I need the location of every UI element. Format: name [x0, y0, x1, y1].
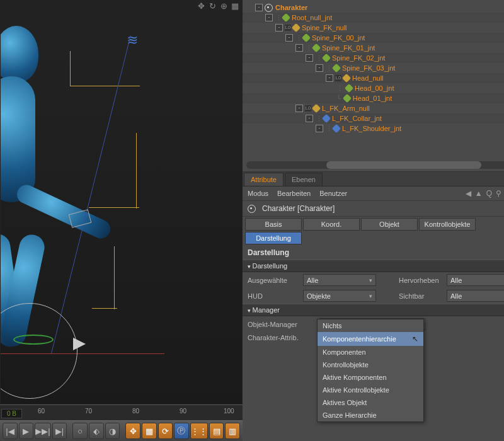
subtab-objekt[interactable]: Objekt — [361, 218, 418, 231]
joint-icon — [332, 64, 341, 72]
axis-arrow[interactable] — [73, 338, 86, 350]
hierarchy-item-label: L_FK_Collar_jnt — [332, 115, 382, 122]
up-icon[interactable]: ▲ — [475, 189, 483, 198]
back-icon[interactable]: ◀ — [466, 189, 471, 198]
label-hervorheben: Hervorheben — [392, 277, 443, 284]
dropdown-option[interactable]: Aktive Komponenten — [318, 371, 423, 384]
subtab-basis[interactable]: Basis — [245, 218, 302, 231]
hierarchy-row[interactable]: └ Head_01_jnt — [243, 93, 504, 103]
search-icon[interactable]: Q — [486, 189, 492, 198]
param-button[interactable]: Ⓟ — [174, 423, 189, 439]
subtab-kontrollobjekte[interactable]: Kontrollobjekte — [419, 218, 476, 231]
hierarchy-row[interactable]: -⋮Spine_FK_02_jnt — [243, 53, 504, 63]
subtab-koord[interactable]: Koord. — [303, 218, 360, 231]
expand-icon[interactable]: - — [316, 64, 323, 72]
next-frame-button[interactable]: ▶| — [52, 423, 67, 439]
hierarchy-row[interactable]: -L0Head_null — [243, 73, 504, 83]
timeline[interactable]: 60 70 80 90 100 0 B — [0, 404, 243, 420]
scrollbar-horizontal[interactable] — [246, 161, 504, 169]
expand-icon[interactable]: - — [306, 54, 313, 62]
goto-start-button[interactable]: |◀ — [3, 423, 18, 439]
tab-ebenen[interactable]: Ebenen — [285, 173, 323, 186]
expand-icon[interactable]: - — [295, 105, 303, 112]
dropdown-option[interactable]: Komponentenhierarchie↖ — [318, 332, 423, 346]
hierarchy-row[interactable]: -⋮Spine_FK_00_jnt — [243, 33, 504, 43]
hierarchy-row[interactable]: -⋮Root_null_jnt — [243, 13, 504, 23]
joint-icon — [292, 23, 301, 32]
control-curve[interactable] — [92, 308, 117, 311]
dropdown-menu[interactable]: NichtsKomponentenhierarchie↖KomponentenK… — [317, 319, 424, 422]
attribute-menubar: Modus Bearbeiten Benutzer ◀ ▲ Q ⚲ ⧉ ⊞ — [243, 186, 504, 201]
timeline-tick: 60 — [38, 408, 45, 415]
move-tool-button[interactable]: ✥ — [125, 423, 140, 439]
hierarchy-item-label: Spine_FK_00_jnt — [312, 34, 365, 42]
frame-counter[interactable]: 0 B — [1, 409, 22, 418]
hierarchy-item-label: Head_null — [352, 74, 384, 82]
joint-icon — [332, 124, 341, 133]
key-button[interactable]: ⬖ — [89, 423, 104, 439]
dropdown-option[interactable]: Komponenten — [318, 346, 423, 358]
grid2-button[interactable]: ▥ — [225, 423, 240, 439]
grid-button[interactable]: ▤ — [209, 423, 224, 439]
dropdown-sichtbar[interactable]: Alle — [447, 290, 504, 302]
dropdown-hud[interactable]: Objekte — [303, 290, 376, 302]
expand-icon[interactable]: - — [295, 44, 303, 52]
hierarchy-row[interactable]: -Charakter — [243, 3, 504, 13]
object-manager[interactable]: -Charakter-⋮Root_null_jnt-L0Spine_FK_nul… — [243, 0, 504, 172]
record-button[interactable]: ○ — [72, 423, 88, 439]
hierarchy-row[interactable]: -⋮Spine_FK_03_jnt — [243, 63, 504, 73]
dropdown-option[interactable]: Nichts — [318, 319, 423, 332]
rotate-tool-button[interactable]: ⟳ — [158, 423, 173, 439]
hierarchy-row[interactable]: -⋮L_FK_Shoulder_jnt — [243, 123, 504, 134]
viewport-3d[interactable]: ✥ ↻ ⊕ ▦ ≋ — [0, 0, 243, 404]
group-darstellung[interactable]: Darstellung — [243, 260, 504, 272]
dropdown-option[interactable]: Kontrollobjekte — [318, 358, 423, 371]
hierarchy-row[interactable]: -⋮L_FK_Collar_jnt — [243, 113, 504, 123]
hierarchy-row[interactable]: -⋮Spine_FK_01_jnt — [243, 43, 504, 53]
menu-modus[interactable]: Modus — [248, 190, 268, 197]
scale-tool-button[interactable]: ▦ — [142, 423, 157, 439]
group-manager[interactable]: Manager — [243, 304, 504, 316]
object-title: Charakter [Charakter] — [262, 204, 335, 213]
dropdown-ausgewaehlte[interactable]: Alle — [303, 274, 376, 286]
lock-icon[interactable]: ⚲ — [496, 189, 501, 198]
expand-icon[interactable]: - — [265, 14, 273, 21]
control-curve[interactable] — [114, 246, 118, 309]
layout-icon[interactable]: ▦ — [231, 2, 239, 11]
dropdown-option[interactable]: Aktive Kontrollobjekte — [318, 384, 423, 396]
expand-icon[interactable]: - — [306, 115, 313, 122]
pan-icon[interactable]: ✥ — [197, 2, 205, 11]
attribute-subtabs: Basis Koord. Objekt Kontrollobjekte Dars… — [243, 217, 504, 246]
control-curve[interactable] — [136, 133, 140, 209]
rotation-gizmo-y[interactable] — [13, 335, 54, 345]
expand-icon[interactable]: - — [255, 4, 263, 11]
goto-end-button[interactable]: ▶▶| — [35, 423, 50, 439]
dropdown-option[interactable]: Aktives Objekt — [318, 396, 423, 409]
expand-icon[interactable]: - — [326, 74, 333, 82]
play-button[interactable]: ▶ — [19, 423, 34, 439]
hierarchy-row[interactable]: ⋮ Head_00_jnt — [243, 83, 504, 93]
subtab-darstellung[interactable]: Darstellung — [245, 232, 302, 244]
expand-icon[interactable]: - — [285, 34, 293, 42]
panel-tabs: Attribute Ebenen — [243, 172, 504, 186]
control-curve[interactable] — [89, 207, 139, 210]
section-title: Darstellung — [243, 246, 504, 260]
expand-icon[interactable]: - — [275, 24, 283, 32]
menu-benutzer[interactable]: Benutzer — [319, 190, 347, 197]
hierarchy-row[interactable]: -L0L_FK_Arm_null — [243, 103, 504, 113]
menu-bearbeiten[interactable]: Bearbeiten — [277, 190, 311, 197]
zoom-icon[interactable]: ⊕ — [219, 2, 228, 11]
expand-icon[interactable]: - — [316, 125, 323, 132]
dropdown-option[interactable]: Ganze Hierarchie — [318, 409, 423, 421]
control-curve[interactable] — [70, 51, 140, 86]
points-button[interactable]: ⋮⋮ — [190, 423, 208, 439]
joint-icon — [322, 54, 331, 62]
joint-icon — [282, 13, 290, 22]
timeline-tick: 100 — [224, 408, 234, 415]
tab-attribute[interactable]: Attribute — [244, 173, 284, 186]
character-icon — [248, 205, 256, 213]
dropdown-hervorheben[interactable]: Alle — [447, 274, 504, 286]
rotate-icon[interactable]: ↻ — [208, 2, 217, 11]
autokey-button[interactable]: ◑ — [105, 423, 120, 439]
hierarchy-row[interactable]: -L0Spine_FK_null — [243, 23, 504, 33]
